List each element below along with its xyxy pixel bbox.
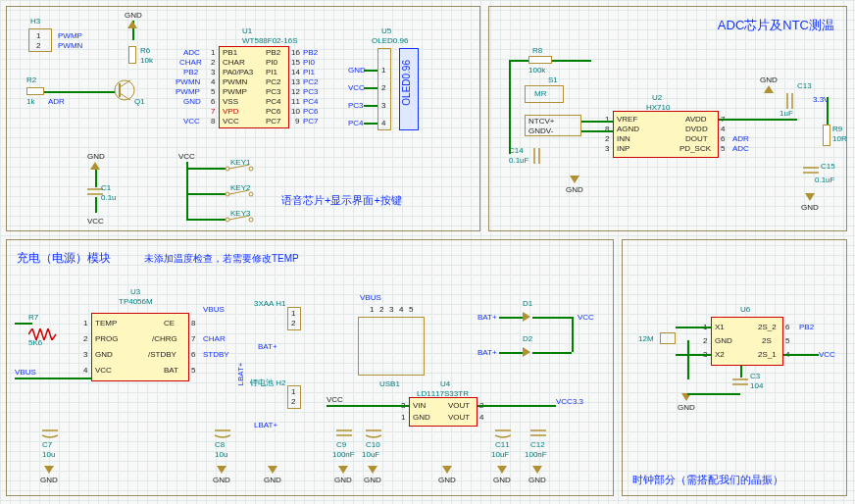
u2-r3: PD_SCK <box>679 144 711 153</box>
u3-ln0: 1 <box>83 319 87 328</box>
h3-pin1: 1 <box>36 31 40 40</box>
u6-r1: 2S <box>762 336 772 345</box>
u3-rn1: 7 <box>191 334 195 343</box>
u4-l1: GND <box>413 413 430 422</box>
switch-icon <box>225 215 254 225</box>
u5-part: OLED0.96 <box>372 36 408 45</box>
svg-point-13 <box>249 218 253 222</box>
c9-ref: C9 <box>336 440 346 449</box>
u1-l3: PWMN <box>223 77 247 86</box>
gnd-icon <box>532 466 542 474</box>
gnd-icon <box>368 466 377 474</box>
cap-c14 <box>532 148 542 164</box>
wire <box>44 91 115 93</box>
u5-p3: PC4 <box>348 119 364 127</box>
u1-rnet0: PB2 <box>303 48 318 57</box>
u3-part: TP4056M <box>119 297 153 306</box>
wire <box>478 405 556 407</box>
vcc-rail: VCC <box>327 395 343 404</box>
adc-title: ADC芯片及NTC测温 <box>718 17 834 34</box>
r6 <box>128 46 136 64</box>
c8-val: 10u <box>215 450 227 459</box>
u1-l4: PWMP <box>223 87 247 96</box>
u2-rn3: 5 <box>721 144 725 153</box>
u1-r3: PC2 <box>266 77 281 86</box>
cap-c15 <box>803 166 819 176</box>
u2-l2: INP <box>617 144 629 153</box>
u1-net-l3: PWMN <box>176 77 200 86</box>
gnd-icon <box>127 21 137 28</box>
u1-r7: PC7 <box>266 117 281 126</box>
r2-net: ADR <box>48 97 65 106</box>
u4-r0: VOUT <box>448 401 470 410</box>
xtal-val: 12M <box>638 334 654 343</box>
wire <box>186 162 188 221</box>
u1-rn7: 9 <box>295 117 299 126</box>
h3-pin2: 2 <box>36 41 40 50</box>
r2-ref: R2 <box>26 76 36 84</box>
u2-rnet3: ADC <box>732 144 749 153</box>
c12-ref: C12 <box>530 440 545 449</box>
u5-p2: PC3 <box>348 101 364 110</box>
char-net: CHAR <box>203 334 226 343</box>
c7-val: 10u <box>42 450 55 459</box>
wire <box>499 352 523 354</box>
wire <box>572 317 574 352</box>
xtal <box>660 332 676 344</box>
wire <box>364 70 377 72</box>
r2 <box>26 87 44 95</box>
u1-r2: PI1 <box>266 68 277 76</box>
svg-point-9 <box>226 192 229 196</box>
gnd-u4: GND <box>438 476 456 484</box>
wire <box>364 105 377 107</box>
cap-c12 <box>530 428 546 438</box>
u3-r3: BAT <box>164 366 178 375</box>
s1-ref: S1 <box>548 76 558 84</box>
block-adc-ntc: ADC芯片及NTC测温 R8 100k S1 MR NTCV+ GNDV- C1… <box>488 6 847 231</box>
svg-point-10 <box>249 192 253 196</box>
c7-ref: C7 <box>42 440 52 449</box>
u3-l1: PROG <box>95 334 119 343</box>
gnd-adc: GND <box>566 185 583 194</box>
u2-rn2: 6 <box>721 134 725 143</box>
u2-l0: VREF <box>617 115 637 124</box>
wire <box>186 193 226 195</box>
u1-r6: PC6 <box>266 107 281 116</box>
wire <box>687 393 740 395</box>
vbus-right: VBUS <box>203 305 225 314</box>
block-charge: 充电（电源）模块 未添加温度检查，若需要修改TEMP R7 5K6 VBUS U… <box>6 239 614 496</box>
u5-n1: 2 <box>381 83 385 92</box>
u1-part: WT588F02-16S <box>242 36 297 45</box>
u5-n3: 4 <box>381 119 385 127</box>
usb-p1: 1 <box>370 305 374 314</box>
usb-p5: 5 <box>409 305 413 314</box>
wire <box>552 60 591 62</box>
u1-rnet2: PI1 <box>303 68 315 76</box>
u2-r2: DOUT <box>685 134 708 143</box>
u1-l1: CHAR <box>223 58 245 67</box>
usb-ref: USB1 <box>379 379 400 388</box>
u1-rn4: 12 <box>291 87 300 96</box>
u5-ref: U5 <box>381 26 391 35</box>
wire <box>327 405 409 407</box>
h1-p1: 1 <box>291 309 295 318</box>
h1-ref: 3XAA H1 <box>254 299 285 308</box>
c9-val: 100nF <box>332 450 355 459</box>
gnd-c7: GND <box>40 476 58 484</box>
u2-rnet2: ADR <box>732 134 749 143</box>
u1-net-l0: ADC <box>183 48 200 57</box>
wire <box>509 60 528 62</box>
gnd-icon <box>44 466 54 474</box>
u2-r0: AVDD <box>685 115 707 124</box>
u3-r1: /CHRG <box>152 334 177 343</box>
u1-rn5: 11 <box>291 97 300 106</box>
gnd-c12: GND <box>528 476 546 484</box>
u3-ref: U3 <box>130 287 140 296</box>
wire <box>15 323 32 325</box>
c8-ref: C8 <box>215 440 225 449</box>
c13-val: 1uF <box>780 109 793 118</box>
u6-rn1: 5 <box>785 336 789 345</box>
gnd-icon <box>442 466 452 474</box>
block-caption: 语音芯片+显示界面+按键 <box>281 193 402 208</box>
u3-r0: CE <box>164 319 175 328</box>
